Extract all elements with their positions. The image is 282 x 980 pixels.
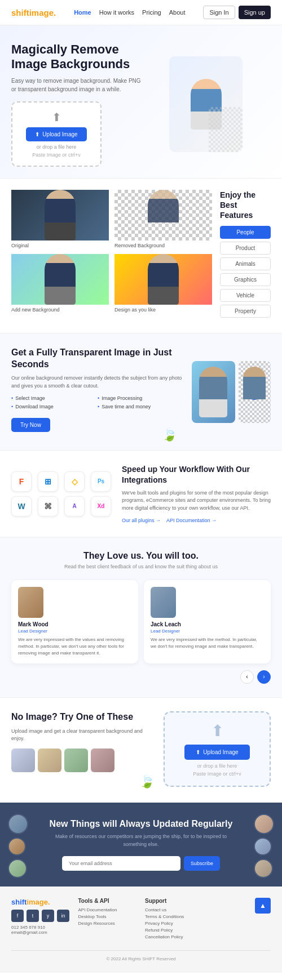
footer-terms[interactable]: Terms & Conditions — [145, 914, 204, 919]
affinity-icon: A — [64, 496, 85, 516]
nav-links: Home How it works Pricing About — [74, 9, 185, 16]
upload-box[interactable]: ⬆ ⬆ Upload Image or drop a file here Pas… — [11, 101, 102, 167]
footer-refund[interactable]: Refund Policy — [145, 928, 204, 933]
person-removed — [148, 190, 179, 240]
integrations-links: Our all plugins → API Documentation → — [122, 518, 271, 523]
upload-icon: ⬆ — [21, 110, 91, 124]
hero-section: Magically Remove Image Backgrounds Easy … — [0, 25, 282, 178]
youtube-icon[interactable]: y — [42, 910, 54, 922]
testimonial-prev-button[interactable]: ‹ — [240, 670, 254, 684]
feature-item-newbg: Add new Background — [11, 254, 109, 313]
transparent-section: Get a Fully Transparent Image in Just Se… — [0, 333, 282, 451]
nav-pricing[interactable]: Pricing — [142, 9, 161, 16]
hero-title: Magically Remove Image Backgrounds — [11, 42, 141, 72]
api-docs-link[interactable]: API Documentation → — [166, 518, 217, 523]
feature-item-design: Design as you like — [114, 254, 212, 313]
signin-button[interactable]: Sign In — [203, 6, 235, 19]
no-image-right: ⬆ ⬆ Upload Image or drop a file here Pas… — [164, 711, 271, 787]
tag-animals[interactable]: Animals — [220, 257, 271, 270]
features-grid: Original Removed Background Add new Back… — [11, 190, 212, 313]
footer-contact[interactable]: Contact us — [145, 907, 204, 912]
feature-save: Save time and money — [98, 404, 183, 409]
newsletter-avatar-6 — [254, 859, 273, 878]
try-now-button[interactable]: Try Now — [11, 418, 50, 432]
person-newbg — [45, 254, 76, 305]
footer-brand: shiftimage. f t y in 012 345 678 910 ema… — [11, 898, 70, 941]
facebook-icon[interactable]: f — [11, 910, 24, 922]
footer-privacy[interactable]: Privacy Policy — [145, 921, 204, 926]
no-image-title: No Image? Try One of These — [11, 711, 155, 723]
testimonials-grid: Mark Wood Lead Designer We are very impr… — [11, 580, 271, 663]
newsletter-avatar-3 — [8, 859, 27, 878]
sample-img-2 — [38, 749, 61, 772]
leaf-decoration: 🍃 — [162, 427, 177, 442]
footer-logo: shiftimage. — [11, 898, 70, 906]
person-original — [45, 190, 76, 240]
newsletter-section: New Things will Always Updated Regularly… — [0, 803, 282, 887]
footer-desktop-tools[interactable]: Desktop Tools — [78, 914, 138, 919]
no-image-drop-text: or drop a file here — [174, 763, 261, 769]
logo-text: shift — [11, 8, 29, 17]
no-image-upload-label: Upload Image — [203, 749, 238, 755]
tag-vehicle[interactable]: Vehicle — [220, 289, 271, 302]
transparent-after-img: ▶ — [239, 361, 271, 423]
feature-removed-img — [114, 190, 212, 240]
navbar: shiftimage. Home How it works Pricing Ab… — [0, 0, 282, 25]
nav-home[interactable]: Home — [74, 9, 91, 16]
linkedin-icon[interactable]: in — [57, 910, 69, 922]
transparent-right: ▶ — [192, 361, 271, 423]
integrations-icons: F ⊞ ◇ Ps W ⌘ A Xd — [11, 471, 113, 516]
newsletter-email-input[interactable] — [62, 856, 180, 871]
footer-tools-title: Tools & API — [78, 898, 138, 904]
feature-removed-label: Removed Background — [114, 243, 212, 248]
subscribe-button[interactable]: Subscribe — [184, 856, 220, 871]
tag-people[interactable]: People — [220, 226, 271, 239]
nav-about[interactable]: About — [169, 9, 186, 16]
footer-api-docs[interactable]: API Documentation — [78, 907, 138, 912]
windows-icon: ⊞ — [38, 471, 58, 492]
newsletter-form: Subscribe — [62, 856, 220, 871]
integration-icons-grid: F ⊞ ◇ Ps W ⌘ A Xd — [11, 471, 113, 516]
footer-design-resources[interactable]: Design Resources — [78, 921, 138, 926]
feature-original-label: Original — [11, 243, 109, 248]
plugins-link[interactable]: Our all plugins → — [122, 518, 161, 523]
leaf-decoration-2: 🍃 — [139, 774, 155, 789]
wordpress-icon: W — [11, 496, 32, 516]
feature-download: Download Image — [11, 404, 96, 409]
footer-social: f t y in — [11, 910, 70, 922]
no-image-upload-box[interactable]: ⬆ ⬆ Upload Image or drop a file here Pas… — [164, 711, 271, 787]
logo[interactable]: shiftimage. — [11, 8, 56, 17]
testimonial-name-2: Jack Leach — [151, 621, 264, 627]
hero-background-preview — [169, 56, 243, 152]
scroll-top-button[interactable]: ▲ — [255, 898, 271, 914]
integrations-section: F ⊞ ◇ Ps W ⌘ A Xd Speed up Your Workflow… — [0, 451, 282, 537]
no-image-upload-button[interactable]: ⬆ Upload Image — [184, 745, 249, 760]
testimonial-name-1: Mark Wood — [18, 621, 131, 627]
twitter-icon[interactable]: t — [27, 910, 39, 922]
upload-icon-inner: ⬆ — [35, 131, 39, 137]
tag-graphics[interactable]: Graphics — [220, 273, 271, 286]
nav-how[interactable]: How it works — [99, 9, 134, 16]
newsletter-avatar-4 — [254, 814, 274, 834]
features-left: Original Removed Background Add new Back… — [11, 190, 212, 322]
features-right: Enjoy the Best Features People Product A… — [220, 190, 271, 322]
upload-button[interactable]: ⬆ Upload Image — [26, 127, 86, 141]
footer-cancellation[interactable]: Cancellation Policy — [145, 934, 204, 939]
integrations-subtitle: We've built tools and plugins for some o… — [122, 489, 271, 513]
footer-scroll-top: ▲ — [212, 898, 271, 941]
features-inner: Original Removed Background Add new Back… — [11, 190, 271, 322]
newsletter-avatars-right — [254, 814, 274, 878]
testimonial-next-button[interactable]: › — [257, 670, 271, 684]
tag-property[interactable]: Property — [220, 305, 271, 318]
sample-img-4 — [91, 749, 114, 772]
integrations-title: Speed up Your Workflow With Our Integrat… — [122, 464, 271, 484]
signup-button[interactable]: Sign up — [239, 6, 271, 19]
no-image-section: No Image? Try One of These Upload image … — [0, 698, 282, 803]
testimonial-text-1: We are very impressed with the values an… — [18, 636, 131, 657]
testimonial-card-2: Jack Leach Lead Designer We are very imp… — [144, 580, 271, 663]
xd-icon: Xd — [91, 496, 111, 516]
tag-product[interactable]: Product — [220, 242, 271, 255]
footer-top: shiftimage. f t y in 012 345 678 910 ema… — [11, 898, 271, 941]
feature-original-img — [11, 190, 109, 240]
hero-content: Magically Remove Image Backgrounds Easy … — [11, 42, 141, 167]
